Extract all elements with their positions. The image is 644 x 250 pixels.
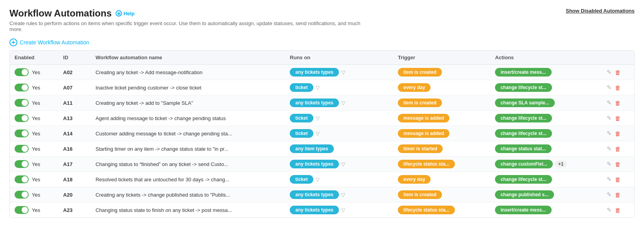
runs-on-badge[interactable]: ticket [290, 175, 313, 184]
delete-icon[interactable]: 🗑 [615, 207, 621, 214]
delete-icon[interactable]: 🗑 [615, 130, 621, 137]
col-header-trigger: Trigger [393, 51, 490, 65]
trigger-badge[interactable]: item is created [398, 190, 442, 199]
edit-icon[interactable]: ✎ [607, 84, 612, 91]
toggle-switch[interactable] [15, 99, 29, 107]
runs-on-badge[interactable]: any item types [290, 144, 333, 153]
toggle-switch[interactable] [15, 145, 29, 153]
action-badge[interactable]: insert/create mess... [495, 68, 551, 77]
runs-on-badge[interactable]: any tickets types [290, 99, 339, 107]
filter-icon[interactable]: ▽ [341, 192, 345, 198]
title-area: Workflow Automations ⊕ Help Create rules… [9, 8, 363, 32]
edit-icon[interactable]: ✎ [607, 145, 612, 152]
create-btn-label: Create Workflow Automation [20, 39, 89, 46]
runs-on-badge[interactable]: ticket [290, 114, 313, 122]
delete-icon[interactable]: 🗑 [615, 161, 621, 168]
yes-label: Yes [32, 192, 40, 198]
action-badge[interactable]: change lifecycle st... [495, 129, 552, 138]
edit-icon[interactable]: ✎ [607, 191, 612, 198]
filter-icon[interactable]: ▽ [316, 85, 320, 91]
trigger-badge[interactable]: item is created [398, 68, 442, 77]
filter-icon[interactable]: ▽ [316, 177, 320, 182]
delete-icon[interactable]: 🗑 [615, 146, 621, 152]
delete-icon[interactable]: 🗑 [615, 100, 621, 106]
action-badge[interactable]: change lifecycle st... [495, 114, 552, 122]
toggle-switch[interactable] [15, 68, 29, 76]
toggle-switch[interactable] [15, 160, 29, 168]
plus-badge: +1 [555, 161, 567, 168]
col-header-actions: Actions [490, 51, 602, 65]
table-row: Yes A11Creating any ticket -> add to "Sa… [10, 95, 634, 111]
filter-icon[interactable]: ▽ [341, 207, 345, 213]
filter-icon[interactable]: ▽ [316, 115, 320, 121]
yes-label: Yes [32, 177, 40, 182]
edit-icon[interactable]: ✎ [607, 69, 612, 76]
delete-icon[interactable]: 🗑 [615, 176, 621, 183]
toggle-switch[interactable] [15, 114, 29, 122]
edit-icon[interactable]: ✎ [607, 161, 612, 168]
row-action-buttons: ✎ 🗑 [602, 141, 634, 157]
trigger-badge[interactable]: every day [398, 83, 431, 92]
trigger-badge[interactable]: item is created [398, 99, 442, 107]
yes-label: Yes [32, 161, 40, 167]
trigger-badge[interactable]: message is added [398, 114, 449, 122]
delete-icon[interactable]: 🗑 [615, 69, 621, 76]
runs-on-badge[interactable]: ticket [290, 83, 313, 92]
toggle-switch[interactable] [15, 191, 29, 199]
filter-icon[interactable]: ▽ [341, 100, 345, 106]
table-row: Yes A16Starting timer on any item -> cha… [10, 141, 634, 157]
runs-on-cell: any tickets types ▽ [285, 95, 393, 111]
delete-icon[interactable]: 🗑 [615, 192, 621, 198]
trigger-badge[interactable]: lifecycle status sta... [398, 160, 455, 168]
edit-icon[interactable]: ✎ [607, 206, 612, 214]
runs-on-badge[interactable]: any tickets types [290, 190, 339, 199]
runs-on-badge[interactable]: any tickets types [290, 206, 339, 214]
trigger-badge[interactable]: lifecycle status sta... [398, 206, 455, 214]
filter-icon[interactable]: ▽ [341, 69, 345, 75]
toggle-switch[interactable] [15, 130, 29, 137]
delete-icon[interactable]: 🗑 [615, 84, 621, 91]
action-badge[interactable]: change published s... [495, 190, 554, 199]
actions-cell: change published s... [490, 187, 602, 203]
table-row: Yes A02Creating any ticket -> Add messag… [10, 65, 634, 80]
filter-icon[interactable]: ▽ [316, 131, 320, 137]
actions-cell: insert/create mess... [490, 203, 602, 218]
action-badge[interactable]: change lifecycle st... [495, 83, 552, 92]
show-disabled-button[interactable]: Show Disabled Automations [566, 8, 635, 14]
trigger-badge[interactable]: timer is started [398, 144, 443, 153]
yes-label: Yes [32, 146, 40, 152]
toggle-switch[interactable] [15, 175, 29, 183]
edit-icon[interactable]: ✎ [607, 176, 612, 183]
trigger-badge[interactable]: message is added [398, 129, 449, 138]
enabled-cell: Yes [10, 95, 59, 111]
runs-on-badge[interactable]: any tickets types [290, 160, 339, 168]
edit-icon[interactable]: ✎ [607, 115, 612, 122]
action-badge[interactable]: change lifecycle st... [495, 175, 552, 184]
create-workflow-button[interactable]: + Create Workflow Automation [9, 38, 89, 46]
toggle-switch[interactable] [15, 206, 29, 214]
runs-on-badge[interactable]: ticket [290, 129, 313, 138]
name-cell: Customer adding message to ticket -> cha… [91, 126, 285, 141]
yes-label: Yes [32, 85, 40, 91]
runs-on-badge[interactable]: any tickets types [290, 68, 339, 77]
enabled-cell: Yes [10, 157, 59, 172]
edit-icon[interactable]: ✎ [607, 130, 612, 137]
action-badge[interactable]: change SLA sample... [495, 99, 555, 107]
help-link[interactable]: ⊕ Help [116, 10, 134, 16]
toggle-switch[interactable] [15, 84, 29, 91]
action-badge[interactable]: change status stat... [495, 144, 551, 153]
action-badge[interactable]: insert/create mess... [495, 206, 551, 214]
enabled-cell: Yes [10, 65, 59, 80]
add-icon: + [9, 38, 17, 46]
help-circle-icon: ⊕ [116, 10, 122, 16]
delete-icon[interactable]: 🗑 [615, 115, 621, 122]
enabled-cell: Yes [10, 111, 59, 126]
workflow-table-container: Enabled ID Workflow automation name Runs… [9, 50, 635, 218]
trigger-badge[interactable]: every day [398, 175, 431, 184]
action-badge[interactable]: change customFiel... [495, 160, 553, 168]
filter-icon[interactable]: ▽ [341, 161, 345, 167]
table-row: Yes A20Creating any tickets -> change pu… [10, 187, 634, 203]
edit-icon[interactable]: ✎ [607, 99, 612, 106]
id-cell: A17 [59, 157, 91, 172]
trigger-cell: item is created [393, 65, 490, 80]
